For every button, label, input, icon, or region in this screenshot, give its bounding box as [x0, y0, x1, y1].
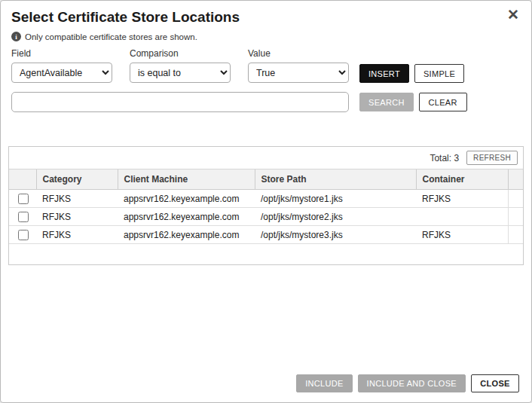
close-button[interactable]: CLOSE [471, 374, 519, 392]
value-select[interactable]: True [248, 63, 349, 83]
dialog-header: Select Certificate Store Locations ✕ [1, 1, 531, 26]
value-label: Value [248, 48, 349, 59]
filter-buttons: INSERT SIMPLE [359, 64, 464, 83]
info-message: i Only compatible certificate stores are… [11, 32, 521, 41]
query-input[interactable] [11, 92, 349, 112]
scrollbar-spacer-cell [508, 226, 523, 244]
insert-button[interactable]: INSERT [359, 64, 409, 83]
include-button[interactable]: INCLUDE [296, 374, 352, 392]
include-and-close-button[interactable]: INCLUDE AND CLOSE [358, 374, 466, 392]
cell-client-machine: appsrvr162.keyexample.com [118, 208, 255, 226]
table-header: Category Client Machine Store Path Conta… [9, 169, 523, 190]
store-table: Category Client Machine Store Path Conta… [9, 169, 523, 244]
table-row: RFJKS appsrvr162.keyexample.com /opt/jks… [9, 208, 523, 226]
cell-category: RFJKS [36, 190, 118, 208]
field-label: Field [11, 48, 112, 59]
refresh-button[interactable]: REFRESH [466, 151, 518, 165]
cell-store-path: /opt/jks/mystore2.jks [255, 208, 416, 226]
comparison-label: Comparison [130, 48, 231, 59]
cell-container: RFJKS [416, 190, 508, 208]
grid-bottom-space [9, 244, 523, 264]
store-locations-grid: Total: 3 REFRESH Category Client Machine… [8, 146, 524, 265]
search-button[interactable]: SEARCH [359, 93, 414, 111]
search-row: SEARCH CLEAR [11, 92, 521, 112]
comparison-select[interactable]: is equal to [130, 63, 231, 83]
value-group: Value True [248, 48, 349, 83]
search-buttons: SEARCH CLEAR [359, 93, 467, 111]
select-column-header [9, 169, 36, 190]
simple-button[interactable]: SIMPLE [414, 64, 464, 83]
grid-toolbar: Total: 3 REFRESH [9, 147, 523, 169]
row-checkbox[interactable] [18, 194, 29, 204]
category-column-header: Category [36, 169, 118, 190]
container-column-header: Container [416, 169, 508, 190]
scrollbar-spacer-header [508, 169, 523, 190]
comparison-group: Comparison is equal to [130, 48, 231, 83]
select-certificate-store-locations-dialog: Select Certificate Store Locations ✕ i O… [0, 0, 532, 403]
total-count: Total: 3 [430, 153, 459, 163]
field-group: Field AgentAvailable [11, 48, 112, 83]
cell-store-path: /opt/jks/mystore1.jks [255, 190, 416, 208]
filter-row: Field AgentAvailable Comparison is equal… [11, 48, 521, 83]
cell-client-machine: appsrvr162.keyexample.com [118, 226, 255, 244]
scrollbar-spacer-cell [508, 190, 523, 208]
page-title: Select Certificate Store Locations [11, 9, 519, 26]
cell-container: RFJKS [416, 226, 508, 244]
client-machine-column-header: Client Machine [118, 169, 255, 190]
clear-button[interactable]: CLEAR [419, 93, 467, 111]
table-row: RFJKS appsrvr162.keyexample.com /opt/jks… [9, 190, 523, 208]
field-select[interactable]: AgentAvailable [11, 63, 112, 83]
cell-category: RFJKS [36, 226, 118, 244]
cell-client-machine: appsrvr162.keyexample.com [118, 190, 255, 208]
table-row: RFJKS appsrvr162.keyexample.com /opt/jks… [9, 226, 523, 244]
row-checkbox[interactable] [18, 212, 29, 222]
scrollbar-spacer-cell [508, 208, 523, 226]
cell-category: RFJKS [36, 208, 118, 226]
cell-container [416, 208, 508, 226]
info-icon: i [11, 32, 21, 41]
row-checkbox[interactable] [18, 230, 29, 240]
dialog-footer: INCLUDE INCLUDE AND CLOSE CLOSE [296, 374, 519, 392]
store-path-column-header: Store Path [255, 169, 416, 190]
cell-store-path: /opt/jks/mystore3.jks [255, 226, 416, 244]
close-icon[interactable]: ✕ [507, 8, 519, 22]
info-text: Only compatible certificate stores are s… [25, 32, 197, 41]
